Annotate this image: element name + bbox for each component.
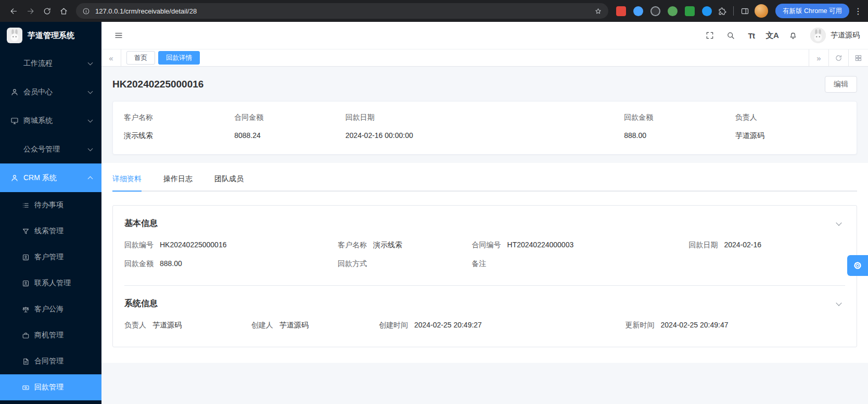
tags-refresh-icon[interactable] — [828, 49, 848, 66]
sidebar-item-receivable[interactable]: 回款管理 — [0, 374, 101, 400]
sidebar-item-clue[interactable]: 线索管理 — [0, 218, 101, 244]
sidebar-item-label: 合同管理 — [34, 357, 63, 366]
sidebar-item-workflow[interactable]: 工作流程 — [0, 49, 101, 78]
field-label: 回款方式 — [338, 259, 367, 269]
tag-home[interactable]: 首页 — [126, 51, 155, 65]
summary-label: 回款金额 — [624, 113, 735, 122]
mall-icon — [10, 117, 19, 125]
pool-icon — [22, 306, 30, 313]
sidebar-item-business[interactable]: 商机管理 — [0, 322, 101, 348]
site-info-icon[interactable] — [82, 7, 90, 15]
app-frame: 芋道管理系统 工作流程 会员中心 商城系统 公众号管理 CRM 系统 — [0, 22, 868, 404]
sidebar-item-label: 联系人管理 — [34, 279, 71, 288]
chevron-down-icon — [88, 117, 93, 122]
sidebar-item-mall[interactable]: 商城系统 — [0, 106, 101, 135]
field-value: 888.00 — [160, 259, 182, 268]
address-bar[interactable]: 127.0.0.1/crm/receivable/detail/28 — [76, 3, 608, 19]
collapse-menu-icon[interactable] — [110, 27, 127, 44]
field-value: 2024-02-25 20:49:47 — [661, 321, 729, 329]
locale-icon[interactable]: 文A — [763, 27, 781, 44]
crm-icon — [10, 174, 19, 182]
field-label: 回款金额 — [124, 259, 154, 269]
field-label: 创建时间 — [379, 321, 408, 330]
workflow-icon — [10, 59, 19, 68]
sidebar-item-member[interactable]: 会员中心 — [0, 78, 101, 106]
extension-icon-4[interactable] — [668, 6, 678, 16]
extension-icon-5[interactable] — [685, 6, 695, 16]
tab-operation-log[interactable]: 操作日志 — [163, 171, 193, 191]
sidebar-item-mp[interactable]: 公众号管理 — [0, 135, 101, 163]
sidebar-item-label: 客户管理 — [34, 253, 63, 262]
browser-forward-button[interactable] — [22, 3, 39, 19]
sidebar-item-todo[interactable]: 待办事项 — [0, 192, 101, 218]
browser-home-button[interactable] — [55, 3, 72, 19]
app-logo[interactable]: 芋道管理系统 — [0, 22, 101, 49]
summary-item: 负责人 芋道源码 — [735, 113, 846, 141]
field-receivable-method: 回款方式 — [338, 259, 472, 269]
page-header: HK20240225000016 编辑 — [101, 76, 868, 93]
url-text[interactable]: 127.0.0.1/crm/receivable/detail/28 — [95, 7, 589, 15]
summary-value: 2024-02-16 00:00:00 — [346, 131, 624, 140]
browser-reload-button[interactable] — [39, 3, 55, 19]
bookmark-star-icon[interactable] — [594, 7, 602, 15]
field-creator: 创建人 芋道源码 — [251, 321, 379, 330]
sidebar-item-label: 公众号管理 — [23, 145, 84, 154]
summary-item: 客户名称 演示线索 — [124, 113, 234, 141]
toolbar-divider — [733, 6, 734, 16]
field-label: 备注 — [472, 259, 487, 269]
section-title: 基本信息 — [124, 218, 158, 229]
edit-button[interactable]: 编辑 — [825, 76, 857, 93]
tags-scroll-right-icon[interactable]: » — [809, 49, 828, 66]
basic-info-grid: 回款编号 HK20240225000016 客户名称 演示线索 合同编号 HT2… — [124, 241, 845, 280]
summary-card: 客户名称 演示线索 合同金额 8088.24 回款日期 2024-02-16 0… — [112, 101, 857, 155]
sidebar: 芋道管理系统 工作流程 会员中心 商城系统 公众号管理 CRM 系统 — [0, 22, 101, 404]
fullscreen-icon[interactable] — [701, 27, 719, 44]
chevron-down-icon — [88, 60, 93, 65]
tags-scroll-left-icon[interactable]: « — [101, 49, 121, 66]
tags-view-bar: « 首页 回款详情 » — [101, 49, 868, 67]
chevron-down-icon — [88, 89, 93, 94]
field-label: 回款日期 — [688, 241, 718, 250]
clue-icon — [22, 228, 30, 235]
extension-icon-6[interactable] — [702, 6, 712, 16]
extension-icon-3[interactable] — [650, 6, 660, 16]
summary-value: 芋道源码 — [735, 131, 846, 141]
sidebar-item-contact[interactable]: 联系人管理 — [0, 270, 101, 296]
extensions-puzzle-icon[interactable] — [716, 4, 729, 18]
field-label: 创建人 — [251, 321, 273, 330]
chrome-update-chip[interactable]: 有新版 Chrome 可用 — [775, 4, 849, 18]
user-menu[interactable]: 芋道源码 — [810, 28, 860, 43]
tag-receivable-detail[interactable]: 回款详情 — [158, 51, 200, 65]
sidebar-item-customer[interactable]: 客户管理 — [0, 244, 101, 270]
sidebar-item-label: 会员中心 — [23, 87, 84, 97]
search-icon[interactable] — [722, 27, 739, 44]
field-receivable-date: 回款日期 2024-02-16 — [688, 241, 845, 250]
extension-icon-1[interactable] — [616, 6, 626, 16]
side-panel-icon[interactable] — [738, 4, 751, 18]
extension-icon-2[interactable] — [633, 6, 643, 16]
section-system-info-header[interactable]: 系统信息 — [124, 298, 845, 309]
tab-team-members[interactable]: 团队成员 — [214, 171, 244, 191]
browser-profile-avatar[interactable] — [755, 4, 768, 18]
section-basic-info: 基本信息 回款编号 HK20240225000016 客户名称 演示线索 — [124, 206, 845, 285]
section-basic-info-header[interactable]: 基本信息 — [124, 218, 845, 229]
summary-item: 合同金额 8088.24 — [234, 113, 346, 141]
sidebar-item-contract[interactable]: 合同管理 — [0, 348, 101, 374]
sidebar-item-crm[interactable]: CRM 系统 — [0, 163, 101, 192]
notification-bell-icon[interactable] — [784, 27, 802, 44]
font-size-icon[interactable]: Tt — [743, 27, 760, 44]
tab-detail-info[interactable]: 详细资料 — [112, 171, 142, 191]
browser-menu-icon[interactable]: ⋮ — [853, 6, 863, 16]
business-icon — [22, 332, 30, 339]
user-name: 芋道源码 — [831, 31, 860, 40]
summary-label: 客户名称 — [124, 113, 234, 122]
summary-label: 合同金额 — [234, 113, 346, 122]
sidebar-item-label: CRM 系统 — [23, 173, 84, 183]
theme-settings-button[interactable] — [847, 255, 868, 276]
app-header: Tt 文A 芋道源码 — [101, 22, 868, 49]
sidebar-item-pool[interactable]: 客户公海 — [0, 296, 101, 322]
page-content: HK20240225000016 编辑 客户名称 演示线索 合同金额 8088.… — [101, 67, 868, 404]
tags-layout-icon[interactable] — [848, 49, 868, 66]
chevron-down-icon — [836, 300, 841, 306]
browser-back-button[interactable] — [5, 3, 22, 19]
